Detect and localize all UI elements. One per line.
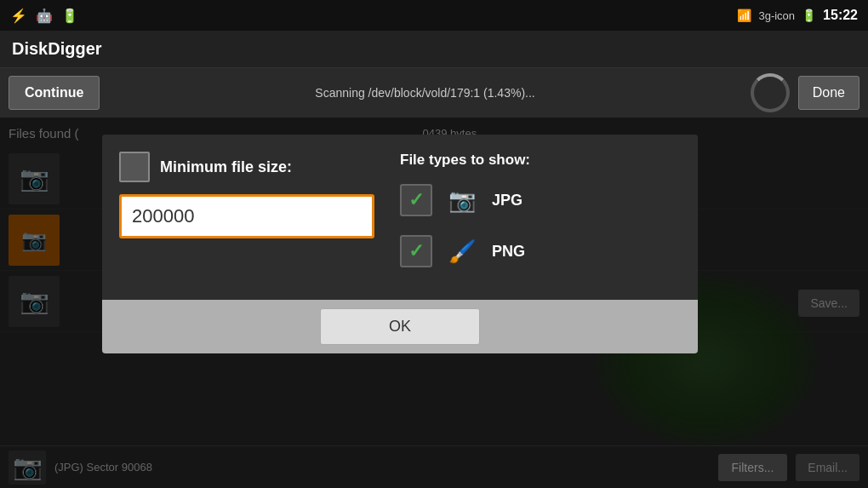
jpg-label: JPG xyxy=(492,192,523,210)
progress-circle xyxy=(751,73,790,112)
dialog-body: Minimum file size: File types to show: ✓… xyxy=(102,135,698,300)
app-title: DiskDigger xyxy=(12,39,102,59)
scanning-text: Scanning /dev/block/vold/179:1 (1.43%)..… xyxy=(108,86,741,100)
jpg-checkmark: ✓ xyxy=(408,189,424,211)
dialog-overlay: Minimum file size: File types to show: ✓… xyxy=(0,118,868,488)
main-toolbar: Continue Scanning /dev/block/vold/179:1 … xyxy=(0,68,868,118)
title-bar: DiskDigger xyxy=(0,31,868,68)
battery-icon: 🔋 xyxy=(61,8,78,24)
file-types-label: File types to show: xyxy=(400,152,681,169)
min-file-size-row: Minimum file size: xyxy=(119,152,374,182)
camera-icon: 📷 xyxy=(444,184,480,216)
min-size-checkbox[interactable] xyxy=(119,152,150,182)
android-icon: 🤖 xyxy=(36,8,53,24)
status-bar-left-icons: ⚡ 🤖 🔋 xyxy=(10,8,78,24)
continue-button[interactable]: Continue xyxy=(9,76,100,110)
3g-label: 3g-icon xyxy=(758,9,795,22)
dialog-right: File types to show: ✓ 📷 JPG ✓ xyxy=(400,152,681,283)
status-bar: ⚡ 🤖 🔋 📶 3g-icon 🔋 15:22 xyxy=(0,0,868,31)
filter-dialog: Minimum file size: File types to show: ✓… xyxy=(102,135,698,353)
png-label: PNG xyxy=(492,243,525,261)
files-area: Files found ( 0439 bytes. 📷 Save... (JPG… xyxy=(0,118,868,488)
min-file-size-label: Minimum file size: xyxy=(160,158,292,176)
time-display: 15:22 xyxy=(823,8,858,23)
file-type-row-jpg: ✓ 📷 JPG xyxy=(400,181,681,220)
png-checkbox[interactable]: ✓ xyxy=(400,235,432,267)
done-button[interactable]: Done xyxy=(798,76,859,110)
dialog-footer: OK xyxy=(102,300,698,353)
battery-charging-icon: 🔋 xyxy=(802,9,816,22)
paint-icon: 🖌️ xyxy=(444,235,480,267)
ok-button[interactable]: OK xyxy=(320,308,480,345)
status-bar-right: 📶 3g-icon 🔋 15:22 xyxy=(737,8,858,23)
usb-icon: ⚡ xyxy=(10,8,27,24)
file-type-row-png: ✓ 🖌️ PNG xyxy=(400,232,681,271)
dialog-left: Minimum file size: xyxy=(119,152,374,283)
min-file-size-input[interactable] xyxy=(119,194,374,238)
signal-icon: 📶 xyxy=(737,9,751,22)
png-checkmark: ✓ xyxy=(408,240,424,262)
jpg-checkbox[interactable]: ✓ xyxy=(400,184,432,216)
